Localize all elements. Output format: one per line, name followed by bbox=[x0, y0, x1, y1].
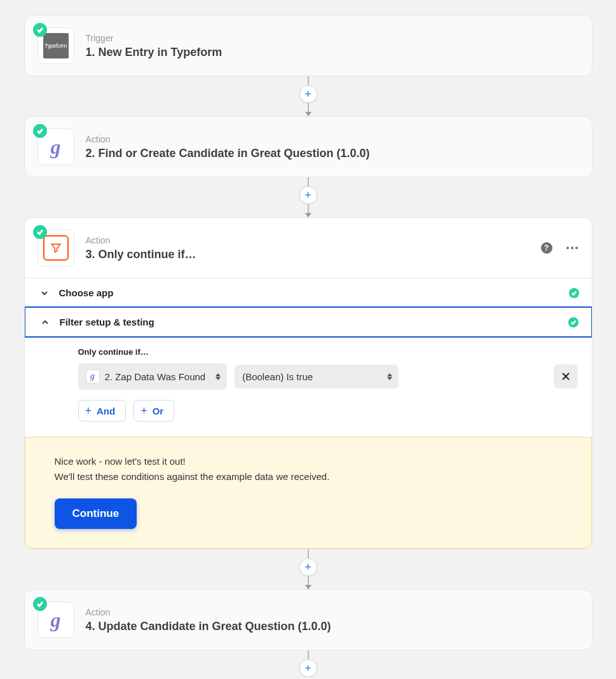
connector: + bbox=[299, 76, 317, 116]
help-button[interactable]: ? bbox=[540, 241, 554, 255]
remove-condition-button[interactable] bbox=[554, 364, 578, 388]
connector: + bbox=[299, 549, 317, 589]
section-complete-icon bbox=[568, 317, 578, 327]
section-filter-setup[interactable]: Filter setup & testing bbox=[24, 306, 592, 338]
section-title: Choose app bbox=[59, 287, 561, 298]
step-header: g Action 2. Find or Create Candidate in … bbox=[25, 117, 592, 177]
filter-operator-text: (Boolean) Is true bbox=[242, 371, 313, 382]
filter-operator-select[interactable]: (Boolean) Is true bbox=[235, 365, 399, 388]
plus-icon: + bbox=[85, 405, 92, 416]
sort-icon bbox=[387, 373, 392, 380]
step-type-label: Action bbox=[86, 607, 579, 617]
add-step-button[interactable]: + bbox=[299, 659, 317, 677]
filter-field-text: 2. Zap Data Was Found bbox=[105, 371, 206, 382]
app-icon-wrap: g bbox=[38, 128, 74, 165]
section-choose-app[interactable]: Choose app bbox=[25, 278, 592, 307]
continue-button[interactable]: Continue bbox=[55, 498, 137, 529]
test-panel: Nice work - now let's test it out! We'll… bbox=[25, 437, 592, 549]
check-badge-icon bbox=[33, 225, 47, 239]
check-badge-icon bbox=[33, 597, 47, 611]
filter-icon bbox=[43, 235, 69, 261]
typeform-icon: Typeform bbox=[43, 33, 69, 58]
app-icon-wrap bbox=[38, 230, 74, 266]
step-header[interactable]: Action 3. Only continue if… ? bbox=[25, 218, 592, 278]
step-type-label: Trigger bbox=[86, 33, 579, 43]
close-icon bbox=[561, 371, 571, 381]
step-type-label: Action bbox=[86, 235, 528, 245]
great-question-icon: g bbox=[43, 134, 69, 160]
filter-field-select[interactable]: g 2. Zap Data Was Found bbox=[78, 363, 228, 390]
connector: + bbox=[299, 650, 317, 677]
step-meta: Action 4. Update Candidate in Great Ques… bbox=[86, 607, 579, 633]
sort-icon bbox=[216, 373, 221, 380]
step-meta: Action 3. Only continue if… bbox=[86, 235, 528, 261]
filter-condition-row: g 2. Zap Data Was Found (Boolean) Is tru… bbox=[78, 363, 578, 390]
step-header: g Action 4. Update Candidate in Great Qu… bbox=[25, 590, 592, 650]
step-card-filter: Action 3. Only continue if… ? Choose app bbox=[24, 217, 592, 549]
step-card-action-update[interactable]: g Action 4. Update Candidate in Great Qu… bbox=[24, 589, 592, 650]
more-menu-button[interactable] bbox=[565, 241, 579, 255]
or-label: Or bbox=[153, 406, 164, 416]
app-icon-wrap: g bbox=[38, 601, 74, 638]
add-step-button[interactable]: + bbox=[299, 558, 317, 576]
chevron-up-icon bbox=[38, 318, 52, 327]
check-badge-icon bbox=[33, 23, 47, 37]
add-step-button[interactable]: + bbox=[299, 186, 317, 204]
and-label: And bbox=[97, 406, 115, 416]
step-title: 2. Find or Create Candidate in Great Que… bbox=[86, 147, 579, 160]
filter-body: Only continue if… g 2. Zap Data Was Foun… bbox=[25, 337, 592, 437]
help-icon: ? bbox=[541, 242, 552, 254]
filter-label: Only continue if… bbox=[78, 347, 578, 357]
svg-point-2 bbox=[575, 247, 578, 249]
section-title: Filter setup & testing bbox=[60, 317, 561, 327]
step-title: 1. New Entry in Typeform bbox=[86, 46, 579, 59]
svg-point-1 bbox=[571, 247, 573, 249]
step-title: 4. Update Candidate in Great Question (1… bbox=[86, 620, 579, 633]
app-icon-wrap: Typeform bbox=[38, 27, 74, 64]
add-step-button[interactable]: + bbox=[299, 85, 317, 103]
chevron-down-icon bbox=[38, 289, 51, 298]
step-card-trigger[interactable]: Typeform Trigger 1. New Entry in Typefor… bbox=[24, 15, 592, 76]
section-complete-icon bbox=[569, 288, 579, 298]
connector: + bbox=[299, 177, 317, 217]
test-line-1: Nice work - now let's test it out! bbox=[55, 454, 562, 469]
step-card-action-find[interactable]: g Action 2. Find or Create Candidate in … bbox=[24, 116, 592, 177]
step-meta: Action 2. Find or Create Candidate in Gr… bbox=[86, 134, 579, 160]
check-badge-icon bbox=[33, 124, 47, 138]
step-actions: ? bbox=[540, 241, 579, 255]
step-title: 3. Only continue if… bbox=[86, 248, 528, 261]
great-question-mini-icon: g bbox=[86, 369, 100, 383]
zap-editor-canvas: Typeform Trigger 1. New Entry in Typefor… bbox=[0, 15, 616, 677]
step-meta: Trigger 1. New Entry in Typeform bbox=[86, 33, 579, 59]
step-header: Typeform Trigger 1. New Entry in Typefor… bbox=[25, 16, 592, 76]
step-type-label: Action bbox=[86, 134, 579, 144]
dots-icon bbox=[566, 247, 578, 249]
great-question-icon: g bbox=[43, 607, 69, 633]
add-or-button[interactable]: + Or bbox=[133, 400, 174, 422]
logic-buttons: + And + Or bbox=[78, 400, 578, 422]
test-line-2: We'll test these conditions against the … bbox=[55, 469, 562, 484]
plus-icon: + bbox=[140, 405, 147, 416]
svg-point-0 bbox=[566, 247, 569, 249]
add-and-button[interactable]: + And bbox=[78, 400, 127, 422]
